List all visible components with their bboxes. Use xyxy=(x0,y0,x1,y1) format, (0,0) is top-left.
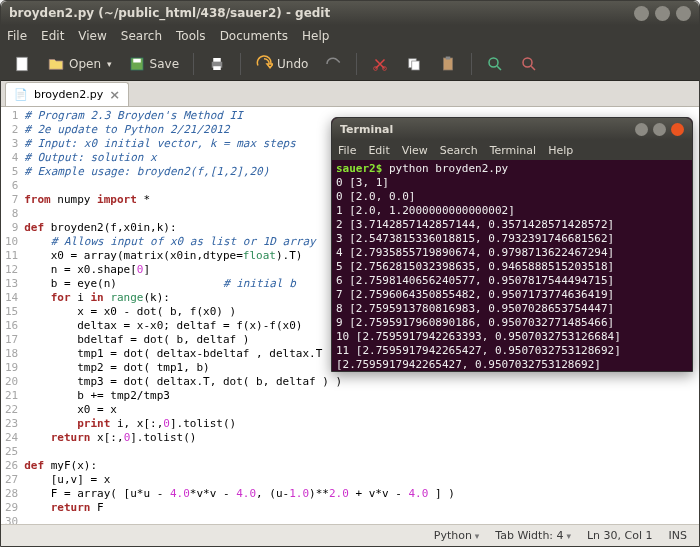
file-icon: 📄 xyxy=(14,88,28,101)
terminal-maximize-button[interactable] xyxy=(653,123,666,136)
open-button[interactable]: Open▾ xyxy=(41,51,118,77)
menu-view[interactable]: View xyxy=(78,29,106,43)
separator xyxy=(356,53,357,75)
copy-button[interactable] xyxy=(399,51,429,77)
line-gutter: 1 2 3 4 5 6 7 8 9 10 11 12 13 14 15 16 1… xyxy=(1,107,24,524)
new-button[interactable] xyxy=(7,51,37,77)
terminal-minimize-button[interactable] xyxy=(635,123,648,136)
terminal-close-button[interactable] xyxy=(671,123,684,136)
titlebar[interactable]: broyden2.py (~/public_html/438/sauer2) -… xyxy=(1,1,699,25)
tmenu-view[interactable]: View xyxy=(402,144,428,157)
language-selector[interactable]: Python xyxy=(434,529,480,542)
tab-width-selector[interactable]: Tab Width: 4 xyxy=(495,529,571,542)
tmenu-file[interactable]: File xyxy=(338,144,356,157)
terminal-title: Terminal xyxy=(340,123,635,136)
separator xyxy=(240,53,241,75)
save-button[interactable]: Save xyxy=(122,51,185,77)
paste-button[interactable] xyxy=(433,51,463,77)
terminal-menubar: File Edit View Search Terminal Help xyxy=(332,140,692,160)
tmenu-help[interactable]: Help xyxy=(548,144,573,157)
svg-rect-11 xyxy=(446,56,451,59)
window-title: broyden2.py (~/public_html/438/sauer2) -… xyxy=(9,6,628,20)
terminal-window[interactable]: Terminal File Edit View Search Terminal … xyxy=(331,117,693,372)
print-button[interactable] xyxy=(202,51,232,77)
menu-edit[interactable]: Edit xyxy=(41,29,64,43)
maximize-button[interactable] xyxy=(655,6,670,21)
svg-point-12 xyxy=(489,58,498,67)
svg-rect-10 xyxy=(444,58,453,70)
tmenu-terminal[interactable]: Terminal xyxy=(490,144,537,157)
menubar: File Edit View Search Tools Documents He… xyxy=(1,25,699,47)
find-button[interactable] xyxy=(480,51,510,77)
svg-rect-0 xyxy=(17,57,28,71)
chevron-down-icon: ▾ xyxy=(107,59,112,69)
svg-rect-4 xyxy=(213,58,221,62)
svg-point-13 xyxy=(523,58,532,67)
menu-documents[interactable]: Documents xyxy=(220,29,288,43)
replace-button[interactable] xyxy=(514,51,544,77)
menu-tools[interactable]: Tools xyxy=(176,29,206,43)
redo-button[interactable] xyxy=(318,51,348,77)
svg-rect-5 xyxy=(213,66,221,70)
statusbar: Python Tab Width: 4 Ln 30, Col 1 INS xyxy=(1,524,699,546)
tab-close-icon[interactable]: × xyxy=(109,87,120,102)
tmenu-edit[interactable]: Edit xyxy=(368,144,389,157)
menu-search[interactable]: Search xyxy=(121,29,162,43)
close-button[interactable] xyxy=(676,6,691,21)
terminal-output[interactable]: sauer2$ python broyden2.py 0 [3, 1] 0 [2… xyxy=(332,160,692,371)
tabbar: 📄 broyden2.py × xyxy=(1,81,699,107)
tmenu-search[interactable]: Search xyxy=(440,144,478,157)
minimize-button[interactable] xyxy=(634,6,649,21)
tab-broyden2[interactable]: 📄 broyden2.py × xyxy=(5,82,129,106)
tab-label: broyden2.py xyxy=(34,88,103,101)
menu-help[interactable]: Help xyxy=(302,29,329,43)
separator xyxy=(193,53,194,75)
menu-file[interactable]: File xyxy=(7,29,27,43)
undo-button[interactable]: Undo xyxy=(249,51,314,77)
separator xyxy=(471,53,472,75)
svg-rect-9 xyxy=(412,61,420,70)
insert-mode: INS xyxy=(669,529,687,542)
svg-rect-2 xyxy=(133,58,141,62)
terminal-titlebar[interactable]: Terminal xyxy=(332,118,692,140)
cut-button[interactable] xyxy=(365,51,395,77)
toolbar: Open▾ Save Undo xyxy=(1,47,699,81)
cursor-position: Ln 30, Col 1 xyxy=(587,529,653,542)
